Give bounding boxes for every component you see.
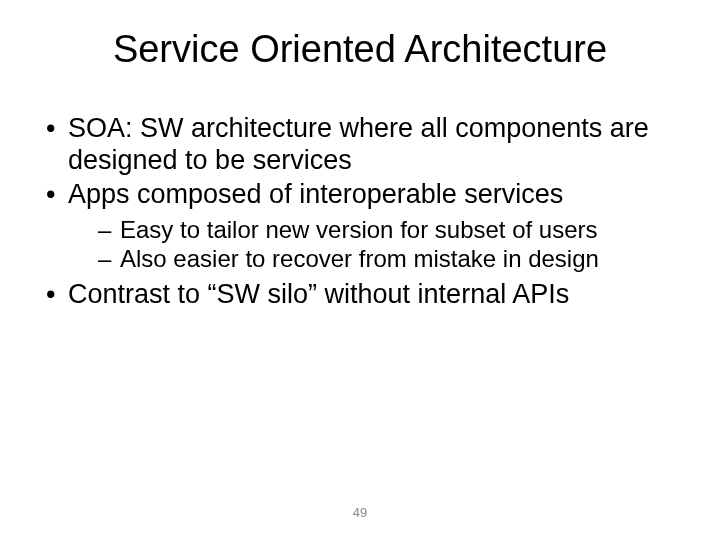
sub-bullet-item: Also easier to recover from mistake in d… <box>68 244 680 273</box>
sub-bullet-text: Also easier to recover from mistake in d… <box>120 245 599 272</box>
sub-bullet-item: Easy to tailor new version for subset of… <box>68 215 680 244</box>
bullet-text: SOA: SW architecture where all component… <box>68 113 649 175</box>
sub-bullet-list: Easy to tailor new version for subset of… <box>68 215 680 274</box>
slide: Service Oriented Architecture SOA: SW ar… <box>0 0 720 540</box>
bullet-list: SOA: SW architecture where all component… <box>40 113 680 311</box>
bullet-item: Contrast to “SW silo” without internal A… <box>40 279 680 311</box>
slide-title: Service Oriented Architecture <box>40 28 680 71</box>
sub-bullet-text: Easy to tailor new version for subset of… <box>120 216 598 243</box>
bullet-text: Contrast to “SW silo” without internal A… <box>68 279 569 309</box>
bullet-item: Apps composed of interoperable services … <box>40 179 680 273</box>
bullet-item: SOA: SW architecture where all component… <box>40 113 680 177</box>
bullet-text: Apps composed of interoperable services <box>68 179 563 209</box>
page-number: 49 <box>0 505 720 520</box>
slide-content: SOA: SW architecture where all component… <box>40 113 680 311</box>
